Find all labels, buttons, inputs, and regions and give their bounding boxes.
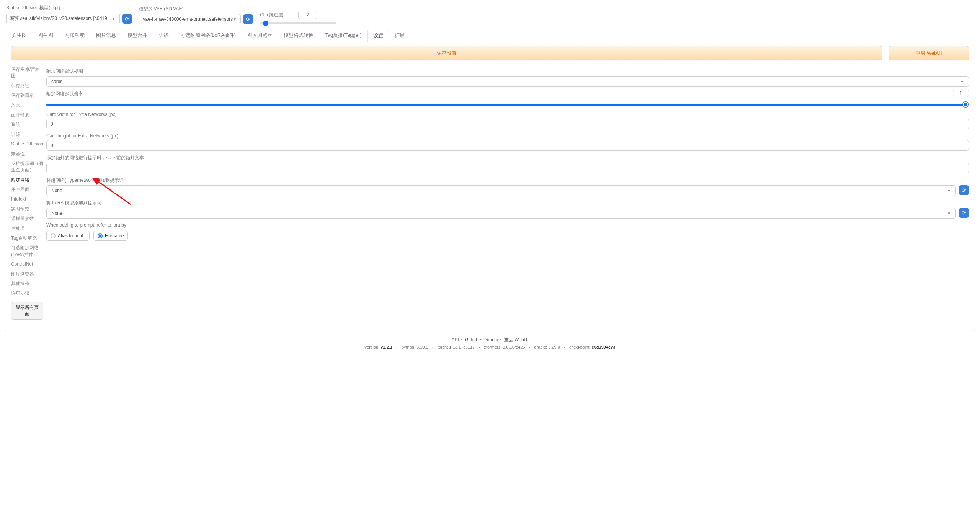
- tab-settings[interactable]: 设置: [368, 29, 389, 42]
- sidebar-item-gallery[interactable]: 图库浏览器: [11, 271, 43, 278]
- chevron-down-icon: ▼: [947, 189, 951, 193]
- ckpt-label: Stable Diffusion 模型(ckpt): [6, 5, 132, 11]
- default-view-select[interactable]: cards ▼: [46, 76, 969, 87]
- tab-merge[interactable]: 模型合并: [122, 28, 153, 42]
- sidebar-item-other[interactable]: 其他操作: [11, 280, 43, 287]
- sidebar-item-ui[interactable]: 用户界面: [11, 186, 43, 193]
- sidebar-item-sampler[interactable]: 采样器参数: [11, 215, 43, 222]
- sidebar-item-save-to-dir[interactable]: 保存到目录: [11, 92, 43, 99]
- footer: API• Github• Gradio• 重启 WebUI version: v…: [0, 334, 980, 357]
- settings-sidebar: 保存图像/宫格图 保存路径 保存到目录 放大 面部修复 系统 训练 Stable…: [11, 66, 43, 320]
- sidebar-item-optional-lora[interactable]: 可选附加网络(LoRA插件): [11, 244, 43, 258]
- radio-alias-label: Alias from file: [58, 233, 85, 238]
- refresh-icon: ⟳: [246, 16, 250, 22]
- multiplier-value-box[interactable]: 1: [953, 90, 969, 97]
- radio-icon: [51, 233, 56, 238]
- lora-value: None: [51, 210, 62, 216]
- vae-value: vae-ft-mse-840000-ema-pruned.safetensors: [143, 16, 233, 22]
- show-all-pages-button[interactable]: 显示所有页面: [11, 302, 43, 320]
- tab-train[interactable]: 训练: [153, 28, 175, 42]
- sidebar-item-live-preview[interactable]: 实时预览: [11, 206, 43, 213]
- clip-value-box[interactable]: 2: [298, 11, 317, 19]
- sidebar-item-license[interactable]: 许可协议: [11, 290, 43, 297]
- tab-image-browser[interactable]: 图库浏览器: [242, 28, 278, 42]
- sidebar-item-extra-networks[interactable]: 附加网络: [11, 176, 43, 184]
- lora-select[interactable]: None ▼: [46, 208, 956, 219]
- footer-link-api[interactable]: API: [451, 337, 459, 343]
- sidebar-item-postprocess[interactable]: 后处理: [11, 225, 43, 232]
- card-width-label: Card width for Extra Networks (px): [46, 112, 969, 117]
- sidebar-item-infotext[interactable]: Infotext: [11, 196, 43, 203]
- vae-label: 模型的 VAE (SD VAE): [139, 6, 253, 12]
- sidebar-item-upscale[interactable]: 放大: [11, 102, 43, 109]
- version-value: v1.2.1: [381, 345, 392, 349]
- gradio-value: 3.29.0: [548, 345, 560, 349]
- default-view-value: cards: [51, 79, 62, 84]
- sidebar-item-save-paths[interactable]: 保存路径: [11, 82, 43, 90]
- multiplier-slider[interactable]: [46, 100, 969, 108]
- hypernet-value: None: [51, 188, 62, 193]
- refresh-icon: ⟳: [962, 187, 966, 193]
- checkpoint-label: checkpoint:: [569, 345, 591, 349]
- extra-text-input[interactable]: [46, 163, 969, 173]
- ckpt-select[interactable]: 写实\realisticVisionV20_v20.safetensors [c…: [6, 13, 120, 24]
- footer-link-gradio[interactable]: Gradio: [484, 337, 498, 343]
- tab-pnginfo[interactable]: 图片信息: [90, 28, 122, 42]
- footer-link-github[interactable]: Github: [465, 337, 478, 343]
- card-width-input[interactable]: [46, 119, 969, 129]
- sidebar-item-interrogate[interactable]: 反推提示词（图生图页面）: [11, 160, 43, 174]
- radio-filename[interactable]: Filename: [93, 231, 128, 241]
- clip-slider[interactable]: [260, 22, 336, 24]
- sidebar-item-sd[interactable]: Stable Diffusion: [11, 140, 43, 148]
- save-settings-button[interactable]: 保存设置: [11, 46, 882, 60]
- tab-extras[interactable]: 附加功能: [59, 28, 90, 42]
- xformers-value: 0.0.16rc425: [503, 345, 525, 349]
- refresh-icon: ⟳: [125, 16, 129, 22]
- hypernet-select[interactable]: None ▼: [46, 185, 956, 196]
- sidebar-item-controlnet[interactable]: ControlNet: [11, 261, 43, 268]
- tab-model-convert[interactable]: 模型格式转换: [278, 28, 319, 42]
- tab-lora-plugin[interactable]: 可选附加网络(LoRA插件): [175, 28, 242, 42]
- clip-label: Clip 跳过层: [260, 12, 283, 18]
- main-tabs: 文生图 图生图 附加功能 图片信息 模型合并 训练 可选附加网络(LoRA插件)…: [0, 26, 980, 42]
- xformers-label: xformers:: [484, 345, 501, 349]
- tab-tagger[interactable]: Tag反推(Tagger): [319, 28, 367, 42]
- default-view-label: 附加网络默认视图: [46, 68, 969, 75]
- radio-alias-from-file[interactable]: Alias from file: [46, 231, 90, 241]
- multiplier-label: 附加网络默认倍率: [46, 91, 83, 97]
- gradio-label: gradio:: [534, 345, 547, 349]
- python-value: 3.10.6: [416, 345, 428, 349]
- vae-select[interactable]: vae-ft-mse-840000-ema-pruned.safetensors…: [139, 14, 241, 24]
- tab-extensions[interactable]: 扩展: [389, 28, 410, 42]
- footer-link-restart[interactable]: 重启 WebUI: [504, 337, 529, 343]
- chevron-down-icon: ▼: [960, 80, 964, 84]
- sidebar-item-compat[interactable]: 兼容性: [11, 150, 43, 158]
- tab-img2img[interactable]: 图生图: [33, 28, 59, 42]
- sidebar-item-system[interactable]: 系统: [11, 121, 43, 128]
- radio-icon: [98, 233, 103, 238]
- checkpoint-value: c0d1994c73: [592, 345, 616, 349]
- torch-value: 1.13.1+cu117: [449, 345, 475, 349]
- tab-txt2img[interactable]: 文生图: [6, 28, 33, 42]
- chevron-down-icon: ▼: [112, 16, 116, 21]
- torch-label: torch:: [438, 345, 448, 349]
- chevron-down-icon: ▼: [947, 211, 951, 215]
- hypernet-refresh-button[interactable]: ⟳: [959, 185, 969, 195]
- ckpt-value: 写实\realisticVisionV20_v20.safetensors [c…: [10, 15, 112, 22]
- ckpt-refresh-button[interactable]: ⟳: [122, 14, 132, 24]
- refer-lora-label: When adding to prompt, refer to lora by: [46, 222, 969, 228]
- card-height-input[interactable]: [46, 140, 969, 151]
- lora-refresh-button[interactable]: ⟳: [959, 208, 969, 218]
- sidebar-item-save-images[interactable]: 保存图像/宫格图: [11, 66, 43, 80]
- vae-refresh-button[interactable]: ⟳: [243, 14, 253, 24]
- sidebar-item-tag-autocomplete[interactable]: Tag自动填充: [11, 235, 43, 242]
- restart-webui-button[interactable]: 重启 WebUI: [889, 46, 969, 60]
- hypernet-label: 将超网络(Hypernetwork)添加到提示词: [46, 177, 969, 184]
- sidebar-item-training[interactable]: 训练: [11, 131, 43, 138]
- python-label: python:: [402, 345, 415, 349]
- lora-label: 将 LoRA 模型添加到提示词: [46, 200, 969, 206]
- extra-text-label: 添加额外的网络进行提示时，<...> 前的额外文本: [46, 155, 969, 161]
- sidebar-item-face-restore[interactable]: 面部修复: [11, 111, 43, 119]
- version-label: version:: [365, 345, 380, 349]
- radio-filename-label: Filename: [105, 233, 124, 238]
